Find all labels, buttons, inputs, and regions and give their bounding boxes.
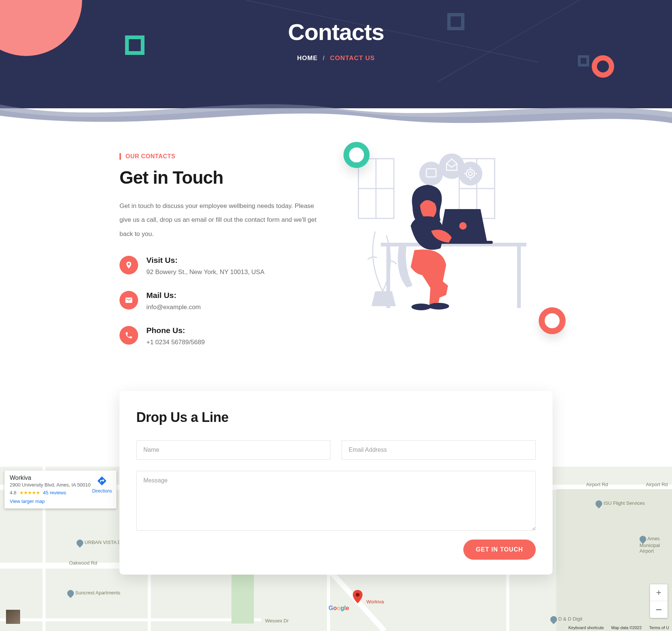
star-icon: ★★★★★ bbox=[19, 490, 40, 495]
decorative-ring bbox=[539, 307, 566, 334]
svg-point-22 bbox=[411, 304, 431, 310]
email-input[interactable] bbox=[342, 440, 536, 460]
form-title: Drop Us a Line bbox=[136, 410, 536, 425]
map-reviews-link[interactable]: 45 reviews bbox=[43, 490, 66, 495]
map-info-card: Workiva 2900 University Blvd, Ames, IA 5… bbox=[4, 470, 116, 509]
message-textarea[interactable] bbox=[136, 471, 536, 531]
terms-link[interactable]: Terms of U bbox=[649, 625, 669, 630]
road-label: Oakwood Rd bbox=[69, 560, 97, 566]
poi-marker-icon bbox=[66, 588, 75, 598]
svg-rect-24 bbox=[231, 571, 254, 624]
breadcrumb-home-link[interactable]: HOME bbox=[297, 55, 318, 62]
decorative-square bbox=[125, 35, 144, 55]
keyboard-shortcuts-link[interactable]: Keyboard shortcuts bbox=[569, 625, 604, 630]
poi-marker-icon bbox=[638, 534, 647, 544]
phone-icon bbox=[119, 326, 138, 345]
contact-info-block: Visit Us: 92 Bowery St., New York, NY 10… bbox=[119, 256, 332, 276]
contact-info-block: Phone Us: +1 0234 56789/5689 bbox=[119, 326, 332, 346]
zoom-in-button[interactable]: + bbox=[650, 584, 668, 601]
streetview-thumbnail[interactable] bbox=[6, 609, 21, 624]
svg-rect-17 bbox=[386, 246, 390, 308]
zoom-out-button[interactable]: − bbox=[650, 601, 668, 618]
name-input[interactable] bbox=[136, 440, 330, 460]
map-poi: Suncrest Apartments bbox=[67, 590, 120, 597]
map-rating: 4.8 bbox=[10, 490, 16, 495]
svg-rect-18 bbox=[517, 246, 521, 308]
poi-marker-icon bbox=[594, 499, 603, 508]
content-section: OUR CONTACTS Get in Touch Get in touch t… bbox=[119, 108, 553, 530]
road-label: Airport Rd bbox=[586, 482, 608, 487]
map-poi: Ames Municipal Airport bbox=[640, 536, 660, 554]
page-title: Contacts bbox=[0, 0, 672, 45]
svg-point-26 bbox=[356, 593, 360, 597]
poi-marker-icon bbox=[549, 615, 558, 624]
road-label: Wessex Dr bbox=[265, 618, 289, 624]
contact-info-title: Mail Us: bbox=[146, 291, 201, 300]
directions-label: Directions bbox=[92, 488, 112, 494]
submit-button[interactable]: GET IN TOUCH bbox=[463, 540, 536, 560]
google-logo: Google bbox=[329, 605, 349, 612]
contact-illustration bbox=[347, 146, 560, 321]
breadcrumb-current: CONTACT US bbox=[330, 55, 375, 62]
contact-info-block: Mail Us: info@example.com bbox=[119, 291, 332, 311]
section-heading: Get in Touch bbox=[119, 167, 332, 188]
contact-info-value: info@example.com bbox=[146, 304, 201, 311]
map-poi: ISU Flight Services bbox=[595, 500, 645, 507]
decorative-ring bbox=[592, 55, 614, 78]
svg-point-8 bbox=[458, 162, 482, 186]
road-label: Airport Rd bbox=[646, 482, 668, 487]
decorative-square bbox=[578, 55, 589, 66]
map-data-label: Map data ©2022 bbox=[611, 625, 642, 630]
directions-button[interactable]: Directions bbox=[92, 476, 112, 494]
decorative-ring bbox=[343, 142, 370, 168]
svg-point-19 bbox=[459, 222, 467, 230]
map-zoom-controls: + − bbox=[650, 584, 668, 618]
breadcrumb: HOME / CONTACT US bbox=[0, 55, 672, 62]
mail-icon bbox=[119, 291, 138, 310]
map-attribution: Keyboard shortcuts Map data ©2022 Terms … bbox=[569, 625, 669, 630]
map-pin-label: Workiva bbox=[366, 599, 384, 604]
decorative-square bbox=[447, 13, 464, 30]
map-poi: D & D Digit bbox=[550, 616, 582, 623]
view-larger-map-link[interactable]: View larger map bbox=[10, 498, 45, 504]
svg-point-21 bbox=[428, 303, 449, 310]
breadcrumb-separator: / bbox=[323, 55, 325, 62]
map-pin[interactable]: Workiva bbox=[353, 590, 384, 605]
location-icon bbox=[119, 256, 138, 274]
contact-info-value: 92 Bowery St., New York, NY 10013, USA bbox=[146, 268, 264, 276]
contact-info-value: +1 0234 56789/5689 bbox=[146, 339, 205, 346]
contact-info-title: Visit Us: bbox=[146, 256, 264, 265]
directions-icon bbox=[97, 476, 107, 486]
poi-marker-icon bbox=[75, 538, 84, 547]
section-eyebrow: OUR CONTACTS bbox=[119, 153, 332, 160]
contact-info-title: Phone Us: bbox=[146, 326, 205, 335]
intro-text: Get in touch to discuss your employee we… bbox=[119, 199, 321, 241]
contact-form-card: Drop Us a Line GET IN TOUCH bbox=[119, 391, 553, 575]
decorative-blob bbox=[0, 0, 82, 56]
hero-banner: Contacts HOME / CONTACT US bbox=[0, 0, 672, 108]
